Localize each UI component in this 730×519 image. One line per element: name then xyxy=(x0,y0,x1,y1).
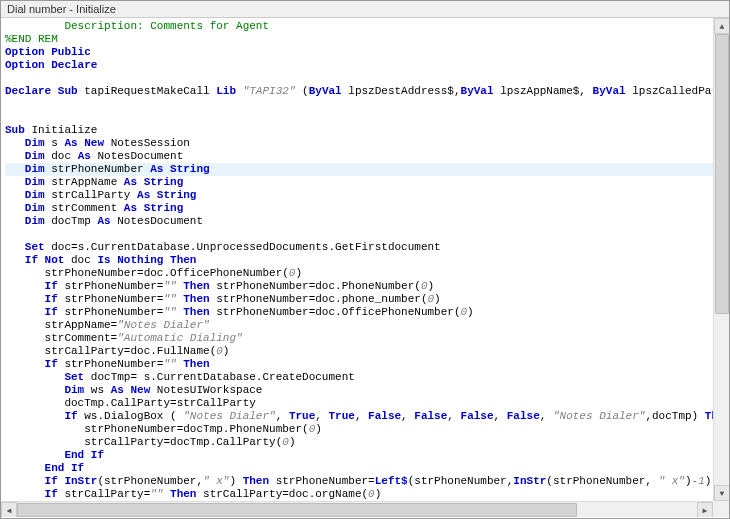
code-token: Set xyxy=(64,371,84,383)
code-line[interactable]: strCallParty=docTmp.CallParty(0) xyxy=(5,436,713,449)
code-line[interactable]: Option Declare xyxy=(5,59,713,72)
code-token: Then xyxy=(170,488,196,500)
code-token: , xyxy=(315,410,328,422)
code-token: ByVal xyxy=(309,85,342,97)
code-line[interactable]: If ws.DialogBox ( "Notes Dialer", True, … xyxy=(5,410,713,423)
code-token: False xyxy=(368,410,401,422)
code-editor[interactable]: Description: Comments for Agent%END REMO… xyxy=(1,18,713,501)
code-token: NotesDocument xyxy=(111,215,203,227)
code-token: lpszDestAddress$, xyxy=(342,85,461,97)
code-token: End If xyxy=(45,462,85,474)
code-line[interactable]: Dim strAppName As String xyxy=(5,176,713,189)
code-line[interactable]: Set doc=s.CurrentDatabase.UnprocessedDoc… xyxy=(5,241,713,254)
code-line[interactable]: Dim strCallParty As String xyxy=(5,189,713,202)
code-line[interactable]: If strCallParty="" Then strCallParty=doc… xyxy=(5,488,713,501)
code-token: , xyxy=(355,410,368,422)
code-token: docTmp.CallParty=strCallParty xyxy=(64,397,255,409)
code-line[interactable]: Set docTmp= s.CurrentDatabase.CreateDocu… xyxy=(5,371,713,384)
code-token: strPhoneNumber=doc.phone_number( xyxy=(210,293,428,305)
code-token: Lib xyxy=(216,85,236,97)
scroll-down-button[interactable]: ▼ xyxy=(714,485,729,501)
code-line[interactable]: Dim strComment As String xyxy=(5,202,713,215)
code-line[interactable]: If strPhoneNumber="" Then xyxy=(5,358,713,371)
code-line[interactable] xyxy=(5,228,713,241)
code-line[interactable]: Sub Initialize xyxy=(5,124,713,137)
code-line[interactable]: If strPhoneNumber="" Then strPhoneNumber… xyxy=(5,280,713,293)
code-token: %END REM xyxy=(5,33,58,45)
code-line[interactable] xyxy=(5,111,713,124)
code-line[interactable]: strCallParty=doc.FullName(0) xyxy=(5,345,713,358)
code-token: As New xyxy=(111,384,151,396)
code-token: ) xyxy=(434,293,441,305)
code-token: "" xyxy=(163,358,176,370)
code-token: ByVal xyxy=(461,85,494,97)
code-token: Then xyxy=(183,306,209,318)
code-line[interactable]: End If xyxy=(5,462,713,475)
code-line[interactable]: Dim strPhoneNumber As String xyxy=(5,163,713,176)
code-token: As String xyxy=(150,163,209,175)
code-token: NotesDocument xyxy=(91,150,183,162)
code-token: "" xyxy=(163,306,176,318)
code-token: As xyxy=(78,150,91,162)
code-token: ( xyxy=(295,85,308,97)
scroll-right-button[interactable]: ▶ xyxy=(697,502,713,517)
code-line[interactable]: strComment="Automatic Dialing" xyxy=(5,332,713,345)
horizontal-scrollbar[interactable]: ◀ ▶ xyxy=(1,501,713,517)
code-token: "Notes Dialer" xyxy=(183,410,275,422)
code-token: ) xyxy=(467,306,474,318)
code-token: Left$ xyxy=(375,475,408,487)
code-token: "Notes Dialer" xyxy=(117,319,209,331)
code-token: strPhoneNumber=doc.OfficePhoneNumber( xyxy=(45,267,289,279)
code-line[interactable]: If Not doc Is Nothing Then xyxy=(5,254,713,267)
code-line[interactable]: Option Public xyxy=(5,46,713,59)
code-line[interactable] xyxy=(5,72,713,85)
code-line[interactable] xyxy=(5,98,713,111)
code-token: InStr xyxy=(513,475,546,487)
code-token: Dim xyxy=(25,215,45,227)
code-line[interactable]: Declare Sub tapiRequestMakeCall Lib "TAP… xyxy=(5,85,713,98)
code-token: Is Nothing Then xyxy=(97,254,196,266)
code-line[interactable]: Dim s As New NotesSession xyxy=(5,137,713,150)
scroll-left-button[interactable]: ◀ xyxy=(1,502,17,517)
code-token: Set xyxy=(25,241,45,253)
code-token: False xyxy=(414,410,447,422)
code-token: doc xyxy=(45,150,78,162)
code-token: "" xyxy=(163,293,176,305)
code-token: If xyxy=(45,488,58,500)
code-token: (strPhoneNumber, xyxy=(408,475,514,487)
code-token: ) xyxy=(223,345,230,357)
scroll-corner xyxy=(713,501,729,517)
code-line[interactable]: strPhoneNumber=doc.OfficePhoneNumber(0) xyxy=(5,267,713,280)
code-line[interactable]: If strPhoneNumber="" Then strPhoneNumber… xyxy=(5,293,713,306)
code-token: s xyxy=(45,137,65,149)
scroll-up-button[interactable]: ▲ xyxy=(714,18,729,34)
code-line[interactable]: End If xyxy=(5,449,713,462)
code-token: Dim xyxy=(25,176,45,188)
vertical-scrollbar[interactable]: ▲ ▼ xyxy=(713,18,729,501)
code-line[interactable]: If strPhoneNumber="" Then strPhoneNumber… xyxy=(5,306,713,319)
code-line[interactable]: Dim ws As New NotesUIWorkspace xyxy=(5,384,713,397)
code-line[interactable]: docTmp.CallParty=strCallParty xyxy=(5,397,713,410)
code-token: doc=s.CurrentDatabase.UnprocessedDocumen… xyxy=(45,241,441,253)
code-token: ) xyxy=(295,267,302,279)
code-line[interactable]: Dim doc As NotesDocument xyxy=(5,150,713,163)
code-line[interactable]: If InStr(strPhoneNumber," x") Then strPh… xyxy=(5,475,713,488)
code-token: lpszCalledParty$, xyxy=(626,85,713,97)
horizontal-scroll-thumb[interactable] xyxy=(17,503,577,517)
code-token: ) xyxy=(685,475,692,487)
code-token: Initialize xyxy=(25,124,98,136)
code-token: End If xyxy=(64,449,104,461)
vertical-scroll-thumb[interactable] xyxy=(715,34,729,314)
code-line[interactable]: %END REM xyxy=(5,33,713,46)
code-editor-container: Description: Comments for Agent%END REMO… xyxy=(1,18,729,517)
code-line[interactable]: strPhoneNumber=docTmp.PhoneNumber(0) xyxy=(5,423,713,436)
code-line[interactable]: strAppName="Notes Dialer" xyxy=(5,319,713,332)
code-token: , xyxy=(494,410,507,422)
code-line[interactable]: Dim docTmp As NotesDocument xyxy=(5,215,713,228)
code-token: ) xyxy=(375,488,382,500)
code-line[interactable]: Description: Comments for Agent xyxy=(5,20,713,33)
code-token: Declare Sub xyxy=(5,85,78,97)
code-token: If Not xyxy=(25,254,65,266)
code-token: ) xyxy=(289,436,296,448)
code-token: "" xyxy=(163,280,176,292)
